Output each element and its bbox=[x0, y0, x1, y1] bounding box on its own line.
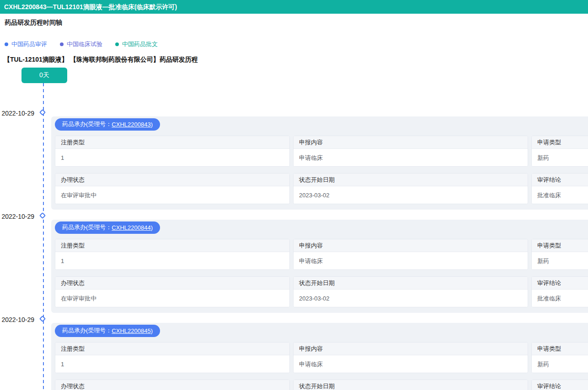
legend-item-clinical-trial[interactable]: 中国临床试验 bbox=[60, 40, 102, 48]
field-box: 状态开始日期 2023-03-02 bbox=[293, 276, 528, 307]
timeline-date: 2022-10-29 bbox=[1, 316, 34, 323]
field-label: 注册类型 bbox=[55, 136, 289, 149]
accept-number-tag[interactable]: 药品承办(受理号：CXHL2200843) bbox=[55, 118, 160, 131]
field-label: 办理状态 bbox=[55, 380, 289, 390]
legend-item-drug-approval[interactable]: 中国药品批文 bbox=[115, 40, 158, 48]
field-value: 批准临床 bbox=[532, 290, 588, 307]
timeline-entry: 2022-10-29 药品承办(受理号：CXHL2200845) 注册类型 1 … bbox=[51, 323, 588, 390]
window-title-bar: CXHL2200843—TUL12101滴眼液—批准临床(临床默示许可) bbox=[0, 0, 588, 14]
field-label: 审评结论 bbox=[532, 277, 588, 290]
field-box: 注册类型 1 bbox=[55, 136, 290, 167]
field-value: 在审评审批中 bbox=[55, 186, 289, 204]
tag-suffix: ) bbox=[151, 121, 153, 128]
timeline-diamond-icon bbox=[39, 212, 46, 219]
legend-label: 中国药品审评 bbox=[11, 40, 47, 48]
field-box: 审评结论 批准临床 bbox=[531, 173, 588, 204]
field-value: 申请临床 bbox=[294, 355, 528, 373]
field-label: 状态开始日期 bbox=[294, 277, 528, 290]
tag-prefix: 药品承办(受理号： bbox=[62, 120, 112, 128]
field-box: 审评结论 批准临床 bbox=[531, 276, 588, 307]
tag-suffix: ) bbox=[151, 327, 153, 334]
field-box: 申报内容 申请临床 bbox=[293, 136, 528, 167]
field-value: 申请临床 bbox=[294, 149, 528, 166]
field-value: 批准临床 bbox=[532, 186, 588, 204]
tag-prefix: 药品承办(受理号： bbox=[62, 327, 112, 335]
field-box: 办理状态 在审评审批中 bbox=[55, 173, 290, 204]
field-grid: 注册类型 1 申报内容 申请临床 申请类型 新药 办理状态 在审评审批中 状态开… bbox=[55, 239, 588, 307]
timeline-dashed-line bbox=[43, 83, 44, 390]
field-value: 申请临床 bbox=[294, 252, 528, 269]
field-value: 2023-03-02 bbox=[294, 290, 528, 307]
field-label: 申报内容 bbox=[294, 136, 528, 149]
field-box: 办理状态 bbox=[55, 379, 290, 390]
timeline-date: 2022-10-29 bbox=[1, 213, 34, 220]
teal-dot-icon bbox=[115, 42, 119, 46]
field-box: 申请类型 新药 bbox=[531, 342, 588, 373]
field-value: 新药 bbox=[532, 355, 588, 373]
legend-label: 中国临床试验 bbox=[67, 40, 102, 48]
field-label: 申请类型 bbox=[532, 343, 588, 355]
field-box: 申报内容 申请临床 bbox=[293, 342, 528, 373]
field-value: 1 bbox=[55, 355, 289, 373]
purple-dot-icon bbox=[60, 42, 64, 46]
field-value: 新药 bbox=[532, 149, 588, 166]
field-grid: 注册类型 1 申报内容 申请临床 申请类型 新药 办理状态 在审评审批中 状态开… bbox=[55, 136, 588, 204]
event-card: 药品承办(受理号：CXHL2200844) 注册类型 1 申报内容 申请临床 申… bbox=[51, 220, 588, 313]
field-value: 2023-03-02 bbox=[294, 186, 528, 204]
timeline-diamond-icon bbox=[39, 109, 46, 116]
legend-item-drug-review[interactable]: 中国药品审评 bbox=[5, 40, 47, 48]
legend: 中国药品审评 中国临床试验 中国药品批文 bbox=[5, 40, 158, 48]
timeline-date: 2022-10-29 bbox=[1, 110, 34, 117]
field-label: 申请类型 bbox=[532, 239, 588, 252]
tag-suffix: ) bbox=[151, 224, 153, 231]
accept-number-link[interactable]: CXHL2200843 bbox=[112, 121, 150, 128]
timeline-entry: 2022-10-29 药品承办(受理号：CXHL2200843) 注册类型 1 … bbox=[51, 116, 588, 210]
field-box: 状态开始日期 bbox=[293, 379, 528, 390]
field-label: 状态开始日期 bbox=[294, 380, 528, 390]
tag-prefix: 药品承办(受理号： bbox=[62, 223, 112, 232]
blue-dot-icon bbox=[5, 42, 8, 46]
field-label: 状态开始日期 bbox=[294, 174, 528, 186]
field-box: 申请类型 新药 bbox=[531, 239, 588, 270]
field-label: 申请类型 bbox=[532, 136, 588, 149]
accept-number-tag[interactable]: 药品承办(受理号：CXHL2200845) bbox=[55, 325, 160, 337]
event-card: 药品承办(受理号：CXHL2200843) 注册类型 1 申报内容 申请临床 申… bbox=[51, 116, 588, 210]
field-box: 申报内容 申请临床 bbox=[293, 239, 528, 270]
field-box: 注册类型 1 bbox=[55, 239, 290, 270]
accept-number-tag[interactable]: 药品承办(受理号：CXHL2200844) bbox=[55, 221, 160, 234]
field-value: 在审评审批中 bbox=[55, 290, 289, 307]
timeline-start-badge: 0天 bbox=[21, 68, 67, 83]
field-label: 注册类型 bbox=[55, 239, 289, 252]
accept-number-link[interactable]: CXHL2200844 bbox=[112, 224, 150, 231]
field-value: 1 bbox=[55, 149, 289, 166]
field-box: 申请类型 新药 bbox=[531, 136, 588, 167]
field-label: 审评结论 bbox=[532, 380, 588, 390]
field-label: 申报内容 bbox=[294, 343, 528, 355]
field-label: 申报内容 bbox=[294, 239, 528, 252]
timeline-entry: 2022-10-29 药品承办(受理号：CXHL2200844) 注册类型 1 … bbox=[51, 220, 588, 313]
field-label: 办理状态 bbox=[55, 277, 289, 290]
field-value: 1 bbox=[55, 252, 289, 269]
page-title: 药品研发历程时间轴 bbox=[5, 19, 62, 27]
accept-number-link[interactable]: CXHL2200845 bbox=[112, 327, 150, 334]
field-label: 办理状态 bbox=[55, 174, 289, 186]
field-grid: 注册类型 1 申报内容 申请临床 申请类型 新药 办理状态 状态开始日期 审评结… bbox=[55, 342, 588, 390]
field-label: 审评结论 bbox=[532, 174, 588, 186]
field-box: 办理状态 在审评审批中 bbox=[55, 276, 290, 307]
field-value: 新药 bbox=[532, 252, 588, 269]
field-label: 注册类型 bbox=[55, 343, 289, 355]
event-card: 药品承办(受理号：CXHL2200845) 注册类型 1 申报内容 申请临床 申… bbox=[51, 323, 588, 390]
product-timeline-title: 【TUL-12101滴眼液】 【珠海联邦制药股份有限公司】药品研发历程 bbox=[4, 56, 198, 64]
field-box: 状态开始日期 2023-03-02 bbox=[293, 173, 528, 204]
field-box: 注册类型 1 bbox=[55, 342, 290, 373]
field-box: 审评结论 bbox=[531, 379, 588, 390]
timeline-diamond-icon bbox=[39, 316, 46, 322]
legend-label: 中国药品批文 bbox=[122, 40, 158, 48]
